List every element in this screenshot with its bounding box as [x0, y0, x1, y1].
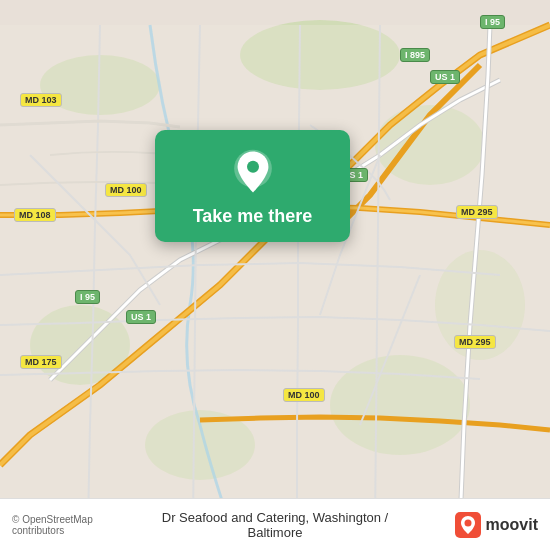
place-name: Dr Seafood and Catering, Washington / Ba… [144, 510, 407, 540]
svg-point-10 [247, 161, 259, 173]
bottom-bar: © OpenStreetMap contributors Dr Seafood … [0, 498, 550, 550]
map-container: I 95 I 895 US 1 MD 103 US 1 MD 100 MD 10… [0, 0, 550, 550]
map-roads [0, 0, 550, 550]
location-pin-icon [229, 148, 277, 196]
take-me-there-card[interactable]: Take me there [155, 130, 350, 242]
copyright-text: © OpenStreetMap contributors [12, 514, 144, 536]
svg-rect-7 [0, 25, 550, 525]
svg-point-12 [464, 519, 471, 526]
moovit-text: moovit [486, 516, 538, 534]
take-me-label: Take me there [193, 206, 313, 227]
moovit-icon [455, 512, 481, 538]
moovit-logo: moovit [407, 512, 539, 538]
